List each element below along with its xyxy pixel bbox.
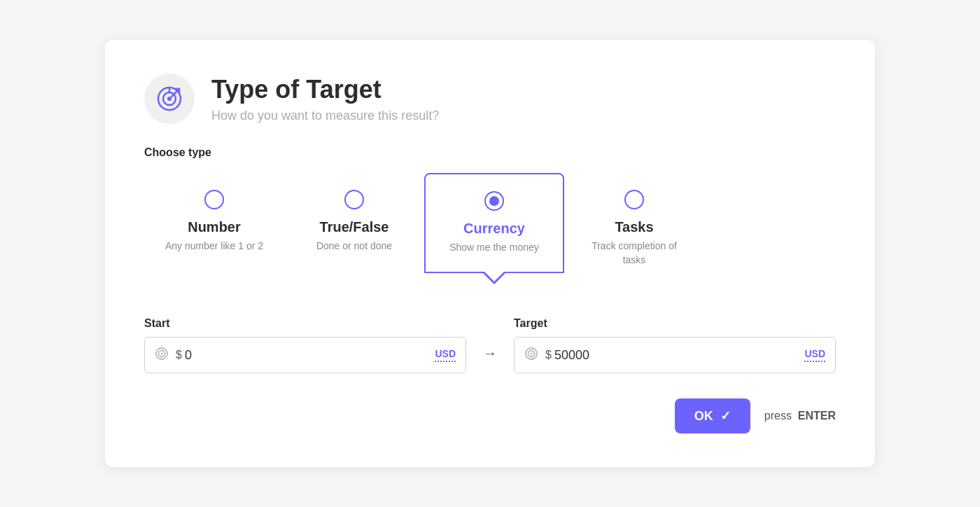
target-input-wrapper: $ USD <box>514 337 836 373</box>
target-input[interactable] <box>554 348 805 363</box>
arrow-icon: → <box>483 345 497 361</box>
press-enter-text: press ENTER <box>764 410 836 422</box>
page-subtitle: How do you want to measure this result? <box>211 109 439 123</box>
header-text: Type of Target How do you want to measur… <box>211 74 439 123</box>
header: Type of Target How do you want to measur… <box>144 74 836 124</box>
start-label: Start <box>144 317 466 330</box>
type-name-tasks: Tasks <box>615 219 653 235</box>
target-dollar-sign: $ <box>545 349 552 361</box>
enter-label: ENTER <box>798 410 836 422</box>
type-option-truefalse[interactable]: True/False Done or not done <box>284 173 424 270</box>
target-label: Target <box>514 317 836 330</box>
radio-tasks <box>624 190 644 209</box>
start-input-icon <box>155 347 169 364</box>
target-currency-label[interactable]: USD <box>804 348 825 362</box>
type-desc-truefalse: Done or not done <box>316 239 392 254</box>
choose-type-label: Choose type <box>144 146 836 159</box>
target-input-icon <box>524 347 538 364</box>
type-option-tasks[interactable]: Tasks Track completion of tasks <box>564 173 704 284</box>
main-card: Type of Target How do you want to measur… <box>105 40 875 467</box>
start-currency-label[interactable]: USD <box>435 348 456 362</box>
type-desc-currency: Show me the money <box>449 241 539 255</box>
radio-truefalse <box>344 190 364 209</box>
radio-number <box>204 190 224 209</box>
type-name-number: Number <box>188 219 241 235</box>
start-input[interactable] <box>185 348 435 363</box>
start-dollar-sign: $ <box>176 349 182 361</box>
page-title: Type of Target <box>211 74 439 104</box>
footer-row: OK ✓ press ENTER <box>144 398 836 433</box>
start-field-group: Start $ USD <box>144 317 466 373</box>
svg-point-12 <box>531 352 533 354</box>
fields-row: Start $ USD → Target <box>144 317 836 373</box>
type-option-currency[interactable]: Currency Show me the money <box>424 173 564 273</box>
radio-currency <box>484 191 504 211</box>
type-desc-tasks: Track completion of tasks <box>584 239 685 267</box>
svg-point-9 <box>161 352 163 354</box>
ok-button[interactable]: OK ✓ <box>675 398 750 433</box>
start-input-wrapper: $ USD <box>144 337 466 373</box>
target-icon <box>156 85 183 112</box>
type-desc-number: Any number like 1 or 2 <box>165 239 263 254</box>
type-options-container: Number Any number like 1 or 2 True/False… <box>144 173 836 284</box>
target-field-group: Target $ USD <box>514 317 836 373</box>
type-option-number[interactable]: Number Any number like 1 or 2 <box>144 173 284 270</box>
type-name-truefalse: True/False <box>320 219 389 235</box>
header-icon-circle <box>144 74 195 124</box>
press-label: press <box>764 410 792 422</box>
type-name-currency: Currency <box>463 221 525 237</box>
ok-label: OK <box>694 409 713 424</box>
svg-point-2 <box>167 97 172 101</box>
checkmark-icon: ✓ <box>720 408 731 424</box>
